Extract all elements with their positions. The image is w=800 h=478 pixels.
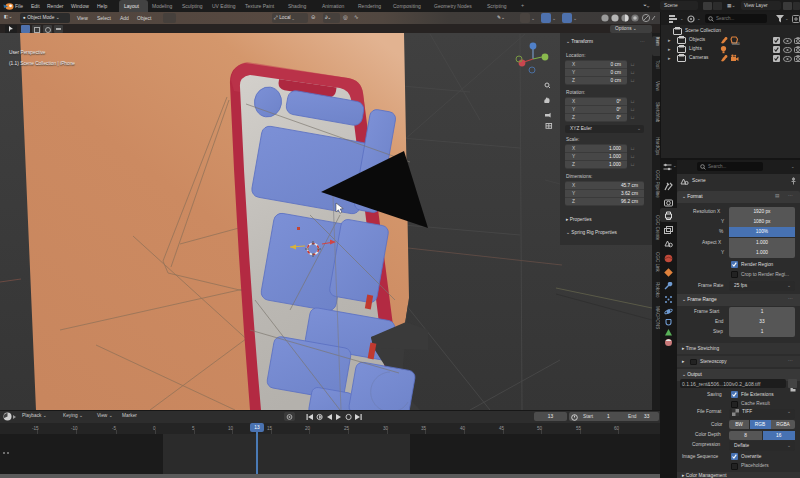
svg-text:0000: 0000: [732, 42, 740, 45]
